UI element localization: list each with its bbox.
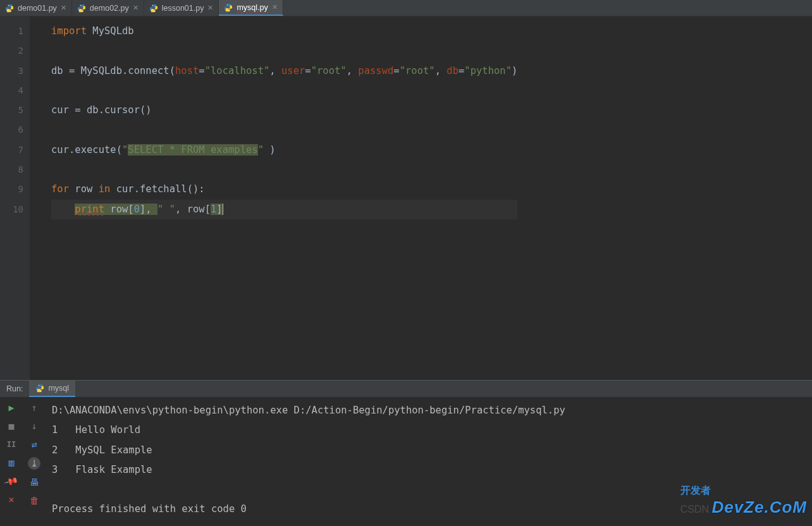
tab-demo01[interactable]: demo01.py ✕	[0, 0, 72, 16]
close-icon[interactable]: ✕	[207, 4, 213, 12]
run-config-tab[interactable]: mysql	[29, 381, 75, 397]
code-editor[interactable]: 1 2 3 4 5 6 7 8 9 10 import MySQLdb db =…	[0, 16, 812, 380]
tab-mysql[interactable]: mysql.py ✕	[219, 0, 283, 16]
svg-point-4	[152, 5, 152, 6]
svg-point-3	[82, 10, 83, 11]
svg-point-7	[230, 9, 230, 10]
console-line: 2 MySQL Example	[52, 441, 806, 460]
svg-point-9	[41, 391, 42, 391]
code-line: import MySQLdb	[51, 21, 517, 41]
code-line: for row in cur.fetchall():	[51, 180, 517, 199]
line-no: 3	[0, 61, 23, 81]
python-icon	[77, 4, 86, 13]
line-no: 6	[0, 120, 23, 140]
down-icon[interactable]: ↓	[28, 420, 40, 432]
stop-icon[interactable]: ■	[6, 420, 17, 432]
code-line	[51, 120, 517, 140]
line-no: 2	[0, 41, 23, 61]
pin-icon[interactable]: 📌	[4, 474, 20, 489]
code-line: cur = db.cursor()	[51, 101, 517, 120]
console-line	[52, 480, 806, 499]
run-label: Run:	[0, 384, 29, 393]
console-line: D:\ANACONDA\envs\python-begin\python.exe…	[52, 401, 806, 420]
close-panel-icon[interactable]: ✕	[6, 494, 17, 505]
line-no: 7	[0, 140, 23, 160]
line-no: 4	[0, 81, 23, 101]
tab-label: demo02.py	[90, 4, 129, 13]
python-icon	[35, 384, 44, 393]
run-panel: Run: mysql ▶ ■ II ▥ 📌 ✕ ↑ ↓ ⇄ ⤓ 🖶 🗑 D:\A…	[0, 380, 812, 526]
rerun-icon[interactable]: ▶	[6, 402, 17, 413]
run-header: Run: mysql	[0, 381, 812, 397]
console-line: Process finished with exit code 0	[52, 499, 806, 519]
tab-lesson01[interactable]: lesson01.py ✕	[144, 0, 219, 16]
code-line	[51, 81, 517, 101]
close-icon[interactable]: ✕	[272, 3, 278, 11]
soft-wrap-icon[interactable]: ⇄	[28, 439, 40, 450]
pause-icon[interactable]: II	[6, 439, 17, 450]
console-output[interactable]: D:\ANACONDA\envs\python-begin\python.exe…	[46, 397, 812, 526]
editor-tab-bar: demo01.py ✕ demo02.py ✕ lesson01.py ✕ my…	[0, 0, 812, 16]
svg-point-5	[154, 10, 155, 11]
console-line: 1 Hello World	[52, 420, 806, 440]
svg-point-6	[227, 4, 228, 5]
line-no: 9	[0, 180, 23, 199]
close-icon[interactable]: ✕	[61, 4, 66, 12]
close-icon[interactable]: ✕	[133, 4, 138, 12]
line-no: 5	[0, 101, 23, 120]
tab-label: mysql.py	[237, 3, 268, 12]
svg-point-2	[80, 5, 80, 6]
layout-icon[interactable]: ▥	[6, 457, 17, 468]
run-tools-left: ▶ ■ II ▥ 📌 ✕	[0, 397, 23, 526]
svg-point-1	[10, 10, 11, 11]
run-config-label: mysql	[48, 384, 69, 393]
tab-label: demo01.py	[18, 4, 57, 13]
print-icon[interactable]: 🖶	[28, 477, 40, 488]
delete-icon[interactable]: 🗑	[28, 495, 40, 506]
python-icon	[224, 3, 233, 12]
code-area[interactable]: import MySQLdb db = MySQLdb.connect(host…	[30, 16, 517, 380]
code-line: cur.execute("SELECT * FROM examples" )	[51, 140, 517, 160]
scroll-end-icon[interactable]: ⤓	[28, 457, 40, 470]
line-no: 10	[0, 200, 23, 219]
python-icon	[149, 4, 158, 13]
tab-demo02[interactable]: demo02.py ✕	[72, 0, 144, 16]
code-line	[51, 41, 517, 61]
code-line: print row[0], " ", row[1]	[51, 200, 517, 219]
tab-label: lesson01.py	[162, 4, 204, 13]
python-icon	[5, 4, 14, 13]
code-line	[51, 160, 517, 180]
run-tools-right: ↑ ↓ ⇄ ⤓ 🖶 🗑	[23, 397, 46, 526]
svg-point-0	[8, 5, 9, 6]
line-gutter: 1 2 3 4 5 6 7 8 9 10	[0, 16, 30, 380]
console-line: 3 Flask Example	[52, 460, 806, 480]
svg-point-8	[39, 385, 39, 386]
up-icon[interactable]: ↑	[28, 402, 40, 413]
code-line: db = MySQLdb.connect(host="localhost", u…	[51, 61, 517, 81]
line-no: 8	[0, 160, 23, 180]
line-no: 1	[0, 21, 23, 41]
